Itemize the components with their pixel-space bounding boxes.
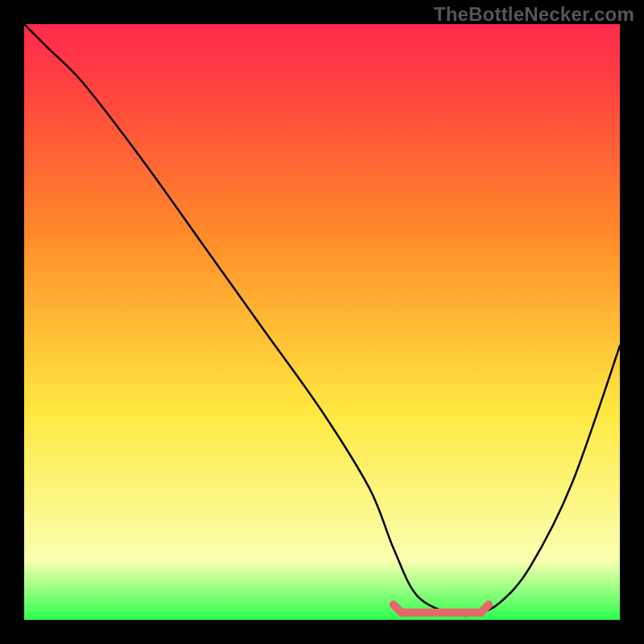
gradient-background: [24, 24, 620, 620]
site-watermark: TheBottleNecker.com: [434, 3, 634, 26]
bottleneck-plot: [24, 24, 620, 620]
chart-frame: TheBottleNecker.com: [0, 0, 644, 644]
